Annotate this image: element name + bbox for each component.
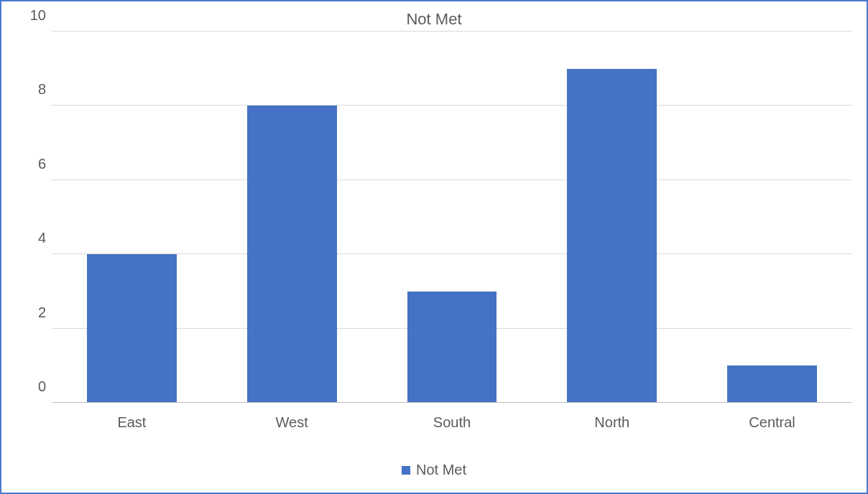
y-tick-label: 4 (38, 230, 46, 246)
bar-slot (692, 32, 852, 403)
bar (247, 106, 337, 403)
x-tick-label: North (532, 414, 692, 431)
chart-title: Not Met (16, 10, 852, 29)
chart-frame: Not Met 0246810 EastWestSouthNorthCentra… (0, 0, 868, 494)
x-axis: EastWestSouthNorthCentral (52, 403, 852, 455)
bar (567, 69, 657, 403)
y-tick-label: 0 (38, 378, 46, 395)
x-tick-label: East (52, 414, 212, 431)
legend-label: Not Met (416, 462, 466, 478)
y-tick-label: 2 (38, 304, 46, 320)
y-tick-label: 8 (38, 81, 46, 98)
bars-container (52, 32, 852, 403)
bar-slot (212, 32, 372, 403)
legend-item: Not Met (402, 462, 466, 478)
y-tick-label: 10 (30, 7, 46, 24)
x-tick-label: West (212, 414, 372, 431)
bar (87, 254, 177, 403)
x-tick-label: Central (692, 414, 852, 431)
bar (407, 292, 497, 403)
x-tick-label: South (372, 414, 532, 431)
plot-row: 0246810 (16, 32, 852, 403)
bar-slot (372, 32, 532, 403)
x-baseline (52, 402, 852, 403)
legend-swatch-icon (402, 466, 410, 475)
y-tick-label: 6 (38, 155, 46, 172)
bar (727, 365, 817, 403)
bar-slot (52, 32, 212, 403)
plot-area (52, 32, 852, 403)
legend: Not Met (16, 455, 852, 481)
y-axis: 0246810 (16, 32, 52, 403)
bar-slot (532, 32, 692, 403)
